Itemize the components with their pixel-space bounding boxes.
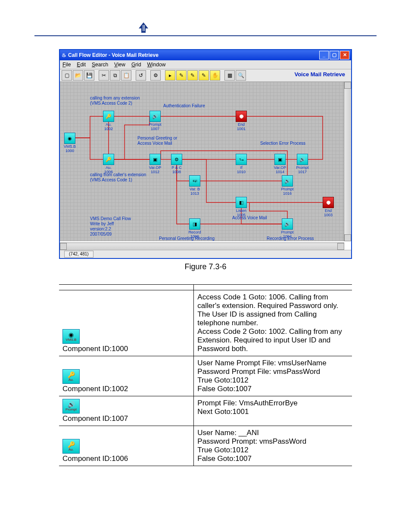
vertical-scrollbar[interactable] [344,82,351,241]
anno-ext1-2: (VMS Access Code 1) [90,177,132,182]
new-icon[interactable]: ▢ [62,70,72,81]
cap-1014: 1014 [276,170,284,174]
cap-1005-l: Listen [236,208,246,213]
cap-1010: 1010 [237,170,246,174]
node-1012[interactable]: ▣ [149,154,161,165]
minimize-button[interactable]: _ [319,51,329,59]
node-1006[interactable]: 🔑 [103,154,114,165]
anno-pgr: Personal Greeting Recording [159,236,215,241]
node-1004[interactable]: 🔊 [282,218,293,230]
anno-ext2-2: (VMS Access Code 2) [90,101,132,106]
toolbar-title: Voice Mail Retrieve [294,71,345,78]
component-desc: Prompt File: VmsAuthErrorBye Next Goto:1… [194,396,352,426]
toolbar: ▢ 📂 💾 ✂ ⧉ 📋 ↺ ⚙ ▸ ✎ ✎ ✎ ✋ ▦ 🔍 Voice Mail… [60,69,351,82]
save-icon[interactable]: 💾 [84,70,94,81]
component-desc: User Name: __ANI Password Prompt: vmsPas… [194,426,352,466]
component-icon: 🔊Prompt [62,399,80,414]
cap-1003: 1003 [324,213,333,217]
cap-1009: 1009 [190,234,199,239]
cap-1006-l: Au. [106,165,112,170]
cap-1000: 1000 [65,149,74,153]
node-1017[interactable]: 🔊 [297,154,308,165]
node-1008[interactable]: ⚙ [171,154,182,165]
cap-1005: 1005 [237,213,246,217]
grid-icon[interactable]: ▦ [224,70,235,81]
component-id-label: Component ID:1006 [62,454,190,463]
draw2-icon[interactable]: ✎ [187,70,198,81]
cap-1002: 1002 [104,127,113,131]
cap-1012-l: Var.OP [149,165,161,170]
component-table: ◉VMS.BComponent ID:1000Access Code 1 Got… [59,284,352,466]
cap-1008: 1008 [172,170,181,174]
close-button[interactable]: ✕ [340,51,349,59]
cap-1016: 1016 [283,191,292,196]
statusbar: (742, 481) [60,250,351,258]
cap-1017: 1017 [298,170,307,174]
node-1014[interactable]: ▣ [274,154,286,165]
cap-1001-l: End [238,122,245,127]
meta-4: 2007/05/09 [90,232,112,236]
settings-icon[interactable]: ⚙ [150,70,161,81]
cap-1016-l: Prompt [281,187,293,191]
node-1003[interactable]: ⯃ [323,197,334,208]
node-1009[interactable]: ◨ [189,218,200,230]
zoom-icon[interactable]: 🔍 [236,70,246,81]
paste-icon[interactable]: 📋 [121,70,131,81]
draw1-icon[interactable]: ✎ [176,70,187,81]
hand-icon[interactable]: ✋ [210,70,220,81]
menu-window[interactable]: Window [147,62,166,68]
menu-file[interactable]: File [62,62,71,68]
component-id-label: Component ID:1002 [62,385,190,393]
meta-1: VMS Demo Call Flow [90,216,131,221]
horizontal-scrollbar[interactable] [60,243,344,250]
cap-1017-l: Prompt [296,165,308,170]
meta-2: Write by Jeff [90,221,114,226]
anno-greet-1: Personal Greeting or [137,136,177,140]
copy-icon[interactable]: ⧉ [110,70,120,81]
cap-1007: 1007 [151,127,159,131]
menu-view[interactable]: View [114,62,125,68]
node-1000[interactable]: ◉ [64,133,75,144]
menu-search[interactable]: Search [92,62,108,68]
draw3-icon[interactable]: ✎ [199,70,209,81]
pointer-icon[interactable]: ▸ [165,70,175,81]
component-id-label: Component ID:1000 [62,345,190,353]
up-arrow-icon [138,22,149,34]
cap-1000-l: VMS.B [64,144,76,149]
cap-1004: 1004 [283,234,292,239]
component-icon: 🔑Au. [62,369,80,384]
cap-1003-l: End [325,208,332,213]
meta-3: version:2.2 [90,227,111,231]
node-1016[interactable]: 🔊 [282,175,293,187]
menu-grid[interactable]: Grid [131,62,141,68]
node-1013[interactable]: ⮓ [189,175,200,187]
flow-canvas[interactable]: calling from any extension (VMS Access C… [60,82,344,241]
anno-ext2-1: calling from any extension [90,96,140,100]
maximize-button[interactable]: ▢ [330,51,339,59]
window-title: Call Flow Editor - Voice Mail Retrieve [68,52,159,58]
node-1005[interactable]: ◧ [236,197,247,208]
component-desc: Access Code 1 Goto: 1006. Calling from c… [194,290,352,356]
cap-1008-l: P & C [171,165,181,170]
component-id-label: Component ID:1007 [62,414,190,423]
cut-icon[interactable]: ✂ [99,70,109,81]
anno-selerr: Selection Error Process [260,141,305,146]
cap-1012: 1012 [151,170,159,174]
node-1001[interactable]: ⯃ [236,111,247,122]
menubar: File Edit Search View Grid Window [60,60,351,69]
anno-greet-2: Access Voice Mail [137,141,172,146]
menu-edit[interactable]: Edit [77,62,86,68]
undo-icon[interactable]: ↺ [136,70,146,81]
node-1002[interactable]: 🔑 [103,111,114,122]
cap-1014-l: Var.OP [274,165,286,170]
cap-1010-l: If [240,165,242,170]
node-1007[interactable]: 🔊 [149,111,161,122]
cap-1013: 1013 [190,191,199,196]
cap-1006: 1006 [104,170,113,174]
cap-1009-l: Record [188,230,201,234]
cap-1004-l: Prompt [281,230,293,234]
open-icon[interactable]: 📂 [73,70,83,81]
page-header [34,22,377,36]
cap-1001: 1001 [237,127,246,131]
node-1010[interactable]: ⮑ [236,154,247,165]
